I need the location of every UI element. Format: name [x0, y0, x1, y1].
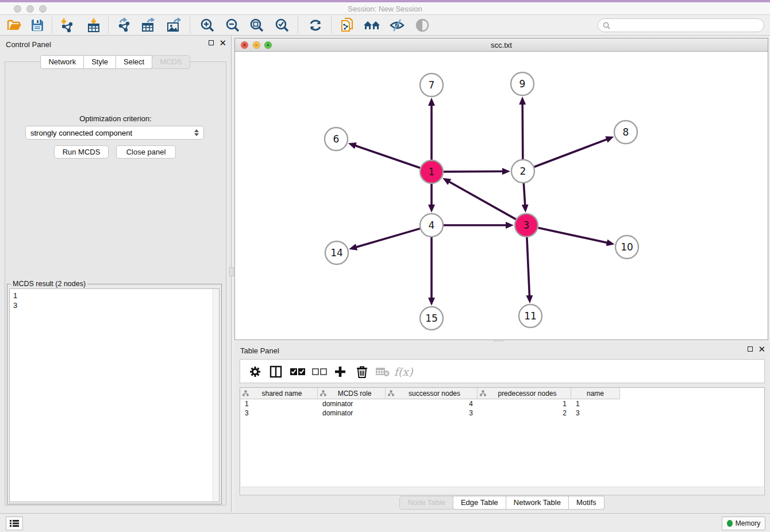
close-panel-button[interactable]: Close panel — [116, 145, 176, 159]
search-input[interactable] — [613, 21, 764, 29]
table-scrollbar[interactable] — [241, 487, 764, 494]
node-table: shared nameMCDS rolesuccessor nodesprede… — [240, 387, 765, 495]
table-panel-title: Table Panel — [240, 346, 279, 355]
graph-node-1[interactable]: 1 — [420, 160, 443, 183]
graph-node-6[interactable]: 6 — [325, 128, 348, 151]
run-mcds-button[interactable]: Run MCDS — [54, 145, 109, 159]
zoom-selected-icon[interactable] — [272, 17, 292, 34]
graph-node-3[interactable]: 3 — [515, 214, 538, 237]
graph-node-15[interactable]: 15 — [420, 307, 443, 330]
deselect-all-icon[interactable] — [310, 363, 329, 381]
apply-function-icon[interactable]: f(x) — [394, 363, 413, 381]
svg-text:10: 10 — [621, 241, 633, 253]
result-scrollbar[interactable] — [213, 289, 219, 502]
network-view-window: × − + scc.txt 7968124314101511 — [234, 38, 768, 340]
delete-table-icon[interactable] — [374, 363, 392, 381]
graph-node-2[interactable]: 2 — [511, 160, 534, 183]
column-header-shared-name[interactable]: shared name — [240, 388, 318, 399]
graph-edge-1-2[interactable] — [444, 171, 503, 172]
table-cell: dominator — [318, 400, 386, 408]
table-row[interactable]: 3dominator323 — [240, 408, 764, 418]
show-panel-icon[interactable] — [413, 17, 432, 34]
graph-node-9[interactable]: 9 — [511, 72, 534, 95]
tab-mcds[interactable]: MCDS — [152, 55, 190, 69]
memory-button[interactable]: Memory — [722, 516, 765, 530]
table-cell: 3 — [240, 409, 318, 417]
network-window-titlebar[interactable]: × − + scc.txt — [235, 38, 768, 52]
graph-node-11[interactable]: 11 — [519, 304, 542, 327]
graph-node-4[interactable]: 4 — [420, 214, 443, 237]
graph-edge-2-3[interactable] — [523, 183, 525, 206]
add-column-icon[interactable] — [331, 363, 349, 381]
graph-node-10[interactable]: 10 — [615, 236, 638, 259]
column-header-MCDS-role[interactable]: MCDS role — [318, 388, 386, 399]
graph-edge-1-6[interactable] — [355, 145, 420, 168]
control-panel-float-icon[interactable] — [209, 40, 214, 45]
optimization-criterion-dropdown[interactable]: strongly connected component — [25, 126, 204, 140]
optimization-criterion-label: Optimization criterion: — [0, 114, 231, 123]
table-panel-close-icon[interactable]: ✕ — [758, 346, 765, 352]
svg-text:3: 3 — [523, 219, 530, 231]
import-table-icon[interactable] — [84, 17, 103, 34]
column-type-icon — [388, 390, 394, 396]
zoom-out-icon[interactable] — [223, 17, 242, 34]
dropdown-selected-value: strongly connected component — [30, 129, 194, 137]
refresh-layout-icon[interactable] — [306, 17, 325, 34]
network-graph[interactable]: 7968124314101511 — [235, 52, 768, 340]
table-cell: 1 — [571, 400, 620, 408]
vertical-split-handle[interactable] — [229, 267, 234, 276]
table-row[interactable]: 1dominator411 — [240, 399, 764, 408]
save-session-icon[interactable] — [28, 17, 47, 34]
control-panel: Control Panel ✕ NetworkStyleSelectMCDS O… — [0, 36, 232, 512]
tab-edge-table[interactable]: Edge Table — [453, 496, 506, 510]
table-toolbar: f(x) — [240, 359, 765, 383]
tab-select[interactable]: Select — [116, 55, 152, 69]
graph-edge-2-9[interactable] — [522, 103, 523, 159]
task-history-button[interactable] — [6, 516, 23, 530]
tab-motifs[interactable]: Motifs — [568, 496, 605, 510]
svg-text:2: 2 — [520, 165, 526, 177]
split-column-icon[interactable] — [267, 363, 285, 381]
table-settings-icon[interactable] — [246, 363, 264, 381]
tab-network-table[interactable]: Network Table — [506, 496, 569, 510]
select-all-icon[interactable] — [288, 363, 307, 381]
clone-network-icon[interactable] — [338, 17, 357, 34]
column-header-successor-nodes[interactable]: successor nodes — [386, 388, 478, 399]
graph-node-8[interactable]: 8 — [614, 121, 637, 144]
table-panel-float-icon[interactable] — [748, 346, 753, 352]
graph-edge-3-10[interactable] — [538, 228, 608, 242]
titlebar: Session: New Session — [0, 0, 770, 15]
column-header-predecessor-nodes[interactable]: predecessor nodes — [478, 388, 571, 399]
graph-edge-3-1[interactable] — [449, 182, 516, 219]
delete-column-icon[interactable] — [353, 363, 371, 381]
mcds-result-list[interactable]: 1 3 — [9, 288, 220, 502]
graph-edge-4-14[interactable] — [356, 229, 420, 248]
svg-text:8: 8 — [623, 126, 629, 138]
tab-style[interactable]: Style — [83, 55, 116, 69]
hide-panels-icon[interactable] — [387, 17, 407, 34]
graph-node-7[interactable]: 7 — [420, 74, 443, 97]
graph-edge-2-8[interactable] — [534, 139, 608, 167]
column-header-name[interactable]: name — [571, 388, 620, 399]
tab-node-table[interactable]: Node Table — [399, 496, 453, 510]
export-network-icon[interactable] — [115, 17, 134, 34]
open-session-icon[interactable] — [5, 17, 24, 34]
search-field[interactable] — [598, 18, 764, 32]
memory-status-icon — [727, 520, 733, 527]
zoom-fit-icon[interactable] — [247, 17, 267, 34]
column-type-icon — [480, 390, 486, 396]
home-pages-icon[interactable] — [362, 17, 382, 34]
control-panel-close-icon[interactable]: ✕ — [219, 40, 226, 45]
svg-text:11: 11 — [524, 310, 537, 322]
zoom-in-icon[interactable] — [198, 17, 217, 34]
tab-network[interactable]: Network — [40, 55, 84, 69]
graph-edge-3-11[interactable] — [527, 237, 530, 296]
graph-node-14[interactable]: 14 — [325, 241, 348, 264]
export-image-icon[interactable] — [164, 17, 184, 34]
import-network-icon[interactable] — [57, 17, 77, 34]
table-cell: 2 — [478, 409, 571, 417]
table-cell: 3 — [386, 409, 478, 417]
control-panel-title: Control Panel — [6, 40, 51, 49]
export-table-icon[interactable] — [139, 17, 159, 34]
toolbar-separator — [190, 17, 190, 33]
